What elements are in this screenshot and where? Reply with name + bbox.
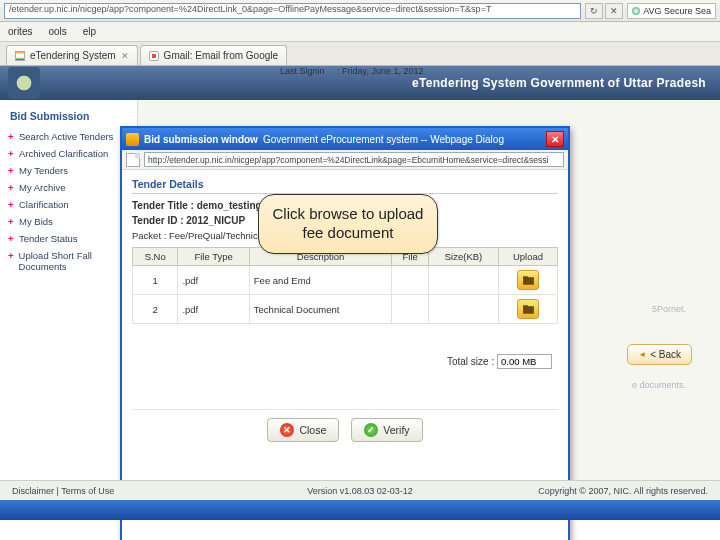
address-input[interactable]: /etender.up.nic.in/nicgep/app?component=… bbox=[4, 3, 581, 19]
ghost-text: e documents. bbox=[632, 380, 686, 390]
total-size-row: Total size : bbox=[132, 354, 558, 369]
tab-close-icon[interactable]: ✕ bbox=[121, 51, 129, 61]
menu-tools[interactable]: ools bbox=[48, 26, 66, 37]
total-size-field bbox=[497, 354, 552, 369]
col-upload: Upload bbox=[499, 248, 558, 266]
banner-emblem-area bbox=[8, 66, 138, 100]
col-size: Size(KB) bbox=[428, 248, 498, 266]
menu-favorites[interactable]: orites bbox=[8, 26, 32, 37]
dialog-app-icon bbox=[126, 133, 139, 146]
up-govt-emblem-icon bbox=[8, 67, 40, 99]
favicon-gmail-icon bbox=[149, 51, 159, 61]
browse-button[interactable] bbox=[517, 299, 539, 319]
tab-label: eTendering System bbox=[30, 50, 116, 61]
page-content: Last Signin : Friday, June 1, 2012 eTend… bbox=[0, 66, 720, 520]
page-footer: Disclaimer | Terms of Use Version v1.08.… bbox=[0, 480, 720, 500]
stop-icon[interactable]: ✕ bbox=[605, 3, 623, 19]
favicon-india-icon bbox=[15, 51, 25, 61]
dialog-title-primary: Bid submission window bbox=[144, 134, 258, 145]
footer-copyright: Copyright © 2007, NIC. All rights reserv… bbox=[538, 486, 708, 496]
menu-help[interactable]: elp bbox=[83, 26, 96, 37]
tender-details-heading: Tender Details bbox=[132, 178, 558, 194]
refresh-icon[interactable]: ↻ bbox=[585, 3, 603, 19]
verify-button[interactable]: ✓ Verify bbox=[351, 418, 422, 442]
dialog-button-row: ✕ Close ✓ Verify bbox=[132, 409, 558, 448]
last-signin: Last Signin : Friday, June 1, 2012 bbox=[280, 66, 423, 76]
browser-address-bar: /etender.up.nic.in/nicgep/app?component=… bbox=[0, 0, 720, 22]
table-row: 1 .pdf Fee and Emd bbox=[133, 266, 558, 295]
sidebar-item-upload-shortfall-documents[interactable]: +Upload Short Fall Documents bbox=[0, 247, 137, 275]
documents-table: S.No File Type Description File Size(KB)… bbox=[132, 247, 558, 324]
browser-tabs: eTendering System ✕ Gmail: Email from Go… bbox=[0, 42, 720, 66]
ghost-text: 5Pornet. bbox=[652, 304, 686, 314]
col-filetype: File Type bbox=[178, 248, 249, 266]
check-circle-icon: ✓ bbox=[364, 423, 378, 437]
banner-title: eTendering System Government of Uttar Pr… bbox=[412, 76, 706, 90]
footer-links[interactable]: Disclaimer | Terms of Use bbox=[12, 486, 114, 496]
table-row: 2 .pdf Technical Document bbox=[133, 295, 558, 324]
browser-menu-bar: orites ools elp bbox=[0, 22, 720, 42]
browse-button[interactable] bbox=[517, 270, 539, 290]
sidebar: Bid Submission +Search Active Tenders +A… bbox=[0, 100, 138, 480]
sidebar-item-my-tenders[interactable]: +My Tenders bbox=[0, 162, 137, 179]
dialog-url-input[interactable] bbox=[144, 152, 564, 167]
windows-taskbar[interactable] bbox=[0, 500, 720, 520]
footer-version: Version v1.08.03 02-03-12 bbox=[307, 486, 413, 496]
tab-label: Gmail: Email from Google bbox=[164, 50, 278, 61]
address-nav-buttons: ↻ ✕ bbox=[585, 3, 623, 19]
tab-gmail[interactable]: Gmail: Email from Google bbox=[140, 45, 287, 65]
dialog-titlebar[interactable]: Bid submission window Government eProcur… bbox=[122, 128, 568, 150]
avg-secure-badge[interactable]: AVG Secure Sea bbox=[627, 3, 716, 19]
dialog-close-icon[interactable]: ✕ bbox=[546, 131, 564, 147]
page-icon bbox=[126, 153, 140, 167]
close-button[interactable]: ✕ Close bbox=[267, 418, 339, 442]
avg-label: AVG Secure Sea bbox=[643, 6, 711, 16]
sidebar-item-my-bids[interactable]: +My Bids bbox=[0, 213, 137, 230]
avg-shield-icon bbox=[632, 7, 640, 15]
tab-etendering[interactable]: eTendering System ✕ bbox=[6, 45, 138, 65]
bid-submission-dialog: Bid submission window Government eProcur… bbox=[120, 126, 570, 540]
sidebar-item-my-archive[interactable]: +My Archive bbox=[0, 179, 137, 196]
col-sno: S.No bbox=[133, 248, 178, 266]
sidebar-item-tender-status[interactable]: +Tender Status bbox=[0, 230, 137, 247]
dialog-url-bar bbox=[122, 150, 568, 170]
sidebar-item-search-active-tenders[interactable]: +Search Active Tenders bbox=[0, 128, 137, 145]
close-circle-icon: ✕ bbox=[280, 423, 294, 437]
dialog-title-secondary: Government eProcurement system -- Webpag… bbox=[263, 134, 504, 145]
instruction-callout: Click browse to upload fee document bbox=[258, 194, 438, 254]
back-button[interactable]: < Back bbox=[627, 344, 692, 365]
sidebar-heading: Bid Submission bbox=[0, 106, 137, 128]
sidebar-item-archived-clarification[interactable]: +Archived Clarification bbox=[0, 145, 137, 162]
sidebar-item-clarification[interactable]: +Clarification bbox=[0, 196, 137, 213]
